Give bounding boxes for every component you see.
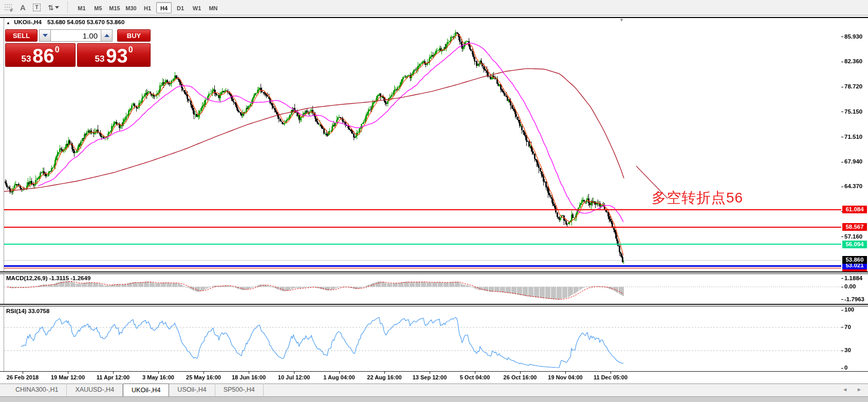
triangle-up-icon <box>104 34 109 37</box>
buy-price-pips: 93 <box>106 48 127 64</box>
date-tick-mark <box>475 372 475 374</box>
trading-platform-window: F A T ⇅ M1 M5 M15 M30 H1 H4 D1 W1 MN ▼ ▲… <box>0 0 868 402</box>
volume-decrease-button[interactable] <box>39 29 51 42</box>
chart-frame-left-border <box>4 18 4 383</box>
date-axis-label: 5 Oct 04:00 <box>460 374 490 380</box>
rsi-indicator-label: RSI(14) 33.0758 <box>6 308 49 314</box>
date-axis-label: 13 Sep 12:00 <box>413 374 447 380</box>
date-axis-label: 1 Aug 04:00 <box>323 374 355 380</box>
date-tick-mark <box>384 372 385 374</box>
buy-button[interactable]: BUY <box>117 29 151 42</box>
rsi-panel-splitter[interactable] <box>0 304 868 306</box>
date-axis-label: 19 Mar 12:00 <box>51 374 85 380</box>
date-tick-mark <box>565 372 566 374</box>
chart-tab-sp500-h4[interactable]: SP500-,H4 <box>215 383 264 396</box>
arrows-icon: ⇅ <box>48 4 54 12</box>
volume-increase-button[interactable] <box>101 29 113 42</box>
date-tick-mark <box>430 372 430 374</box>
date-axis: 26 Feb 201819 Mar 12:0011 Apr 12:003 May… <box>0 372 868 383</box>
label-tool-icon: T <box>33 4 41 11</box>
sell-price-point: 0 <box>55 46 60 54</box>
toolbar-separator <box>67 2 70 13</box>
timeframe-button-w1[interactable]: W1 <box>189 2 205 13</box>
timeframe-button-m5[interactable]: M5 <box>90 2 106 13</box>
chart-ohlc-values: 53.680 54.050 53.670 53.860 <box>47 19 124 25</box>
fibonacci-tool-button[interactable]: F <box>2 2 16 14</box>
tab-scroll-controls: ◄ ► <box>842 387 862 392</box>
macd-indicator-label: MACD(12,26,9) -1.3115 -1.2649 <box>6 275 90 281</box>
text-tool-button[interactable]: A <box>16 2 30 14</box>
macd-panel-splitter[interactable] <box>0 271 868 274</box>
arrows-tool-button[interactable]: ⇅ <box>44 2 63 14</box>
chart-tab-bar: CHINA300-,H1XAUUSD-,H4UKOil-,H4USOil-,H4… <box>0 383 868 396</box>
fibonacci-icon: F <box>4 3 14 12</box>
chart-text-annotation: 多空转折点56 <box>652 188 743 208</box>
timeframe-button-d1[interactable]: D1 <box>173 2 188 13</box>
date-axis-label: 11 Apr 12:00 <box>97 374 130 380</box>
triangle-down-icon <box>43 34 48 37</box>
volume-input[interactable] <box>51 29 101 42</box>
date-axis-label: 3 May 16:00 <box>142 374 174 380</box>
top-toolbar: F A T ⇅ M1 M5 M15 M30 H1 H4 D1 W1 MN <box>0 0 868 15</box>
sell-price-box[interactable]: 53 86 0 <box>5 43 76 67</box>
date-tick-mark <box>204 372 204 374</box>
timeframe-button-h1[interactable]: H1 <box>140 2 155 13</box>
chart-frame-top-border <box>0 17 868 18</box>
timeframe-button-m1[interactable]: M1 <box>74 2 89 13</box>
date-axis-label: 19 Nov 04:00 <box>548 374 582 380</box>
date-axis-label: 10 Jul 12:00 <box>278 374 310 380</box>
chart-tab-xauusd-h4[interactable]: XAUUSD-,H4 <box>67 383 123 396</box>
buy-price-point: 0 <box>128 46 133 54</box>
date-tick-mark <box>520 372 521 374</box>
svg-text:F: F <box>10 8 13 12</box>
date-tick-mark <box>611 372 611 374</box>
date-axis-label: 18 Jun 16:00 <box>232 374 266 380</box>
timeframe-button-m30[interactable]: M30 <box>123 2 139 13</box>
buy-price-whole: 53 <box>95 54 104 63</box>
date-axis-label: 25 May 16:00 <box>186 374 221 380</box>
date-tick-mark <box>249 372 249 374</box>
tab-scroll-left-icon[interactable]: ◄ <box>842 387 847 392</box>
date-axis-label: 26 Feb 2018 <box>7 374 39 380</box>
chevron-down-icon <box>55 6 59 9</box>
chart-tab-usoil-h4[interactable]: USOil-,H4 <box>169 383 215 396</box>
label-tool-button[interactable]: T <box>30 2 44 14</box>
chart-tab-china300-h1[interactable]: CHINA300-,H1 <box>7 383 67 396</box>
tab-scroll-right-icon[interactable]: ► <box>857 387 862 392</box>
timeframe-button-m15[interactable]: M15 <box>107 2 122 13</box>
date-axis-label: 11 Dec 05:00 <box>594 374 627 380</box>
timeframe-button-h4[interactable]: H4 <box>156 2 172 13</box>
date-axis-label: 26 Oct 16:00 <box>504 374 537 380</box>
date-axis-label: 22 Aug 16:00 <box>367 374 401 380</box>
collapse-panel-icon[interactable]: ▲ <box>6 21 10 25</box>
sell-button[interactable]: SELL <box>5 29 38 42</box>
date-tick-mark <box>113 372 114 374</box>
chart-shift-marker-icon: ▼ <box>619 17 624 23</box>
date-tick-mark <box>23 372 23 374</box>
text-tool-icon: A <box>20 3 26 12</box>
date-tick-mark <box>294 372 294 374</box>
date-tick-mark <box>158 372 159 374</box>
sell-price-pips: 86 <box>32 48 54 64</box>
date-tick-mark <box>339 372 340 374</box>
chart-symbol-label: UKOil-,H4 <box>14 19 42 25</box>
date-tick-mark <box>68 372 68 374</box>
buy-price-box[interactable]: 53 93 0 <box>77 43 151 67</box>
chart-tab-ukoil-h4[interactable]: UKOil-,H4 <box>123 383 169 396</box>
timeframe-button-mn[interactable]: MN <box>206 2 221 13</box>
rsi-panel-bottom-border <box>0 371 868 372</box>
sell-price-whole: 53 <box>21 54 31 63</box>
chart-title-row: ▲ UKOil-,H4 53.680 54.050 53.670 53.860 <box>6 19 124 25</box>
window-bottom-strip <box>0 396 868 402</box>
